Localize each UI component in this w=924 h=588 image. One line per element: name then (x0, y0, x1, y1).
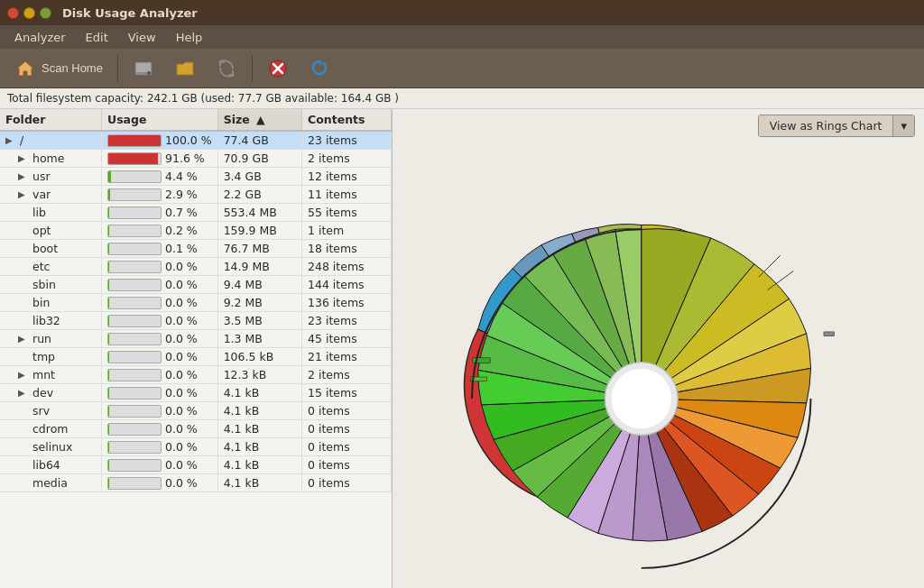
usage-bar (107, 279, 162, 291)
contents-cell: 23 items (302, 131, 392, 150)
table-row[interactable]: ▶ run 0.0 % 1.3 MB 45 items (0, 330, 392, 348)
table-row[interactable]: selinux 0.0 % 4.1 kB 0 items (0, 438, 392, 456)
folder-name-label: home (32, 152, 64, 165)
status-text: Total filesystem capacity: 242.1 GB (use… (7, 92, 399, 105)
table-row[interactable]: bin 0.0 % 9.2 MB 136 items (0, 294, 392, 312)
home-icon (14, 58, 36, 79)
usage-fill (108, 135, 162, 146)
folder-cell: srv (0, 402, 102, 420)
scan-folder-button[interactable] (125, 54, 162, 83)
folder-cell: media (0, 474, 102, 492)
menu-analyzer[interactable]: Analyzer (5, 29, 75, 46)
close-button[interactable] (7, 7, 19, 19)
usage-fill (108, 370, 109, 381)
minimize-button[interactable] (23, 7, 35, 19)
table-row[interactable]: lib64 0.0 % 4.1 kB 0 items (0, 456, 392, 474)
size-cell: 159.9 MB (217, 222, 301, 240)
view-as-rings-button[interactable]: View as Rings Chart ▾ (758, 115, 915, 137)
window-controls[interactable] (7, 7, 51, 19)
usage-fill (108, 225, 109, 236)
table-row[interactable]: ▶ usr 4.4 % 3.4 GB 12 items (0, 168, 392, 186)
table-row[interactable]: srv 0.0 % 4.1 kB 0 items (0, 402, 392, 420)
usage-fill (108, 189, 110, 200)
usage-pct-label: 0.0 % (165, 368, 198, 381)
size-cell: 4.1 kB (217, 456, 301, 474)
content-pane: Folder Usage Size ▲ Contents ▶ / 100. (0, 109, 924, 588)
usage-fill (108, 424, 109, 435)
table-row[interactable]: boot 0.1 % 76.7 MB 18 items (0, 240, 392, 258)
refresh-button[interactable] (301, 54, 337, 83)
usage-pct-label: 0.0 % (165, 350, 198, 363)
menu-view[interactable]: View (119, 29, 165, 46)
table-row[interactable]: tmp 0.0 % 106.5 kB 21 items (0, 348, 392, 366)
col-header-usage[interactable]: Usage (102, 109, 218, 131)
view-button-label: View as Rings Chart (759, 115, 893, 136)
title-bar: Disk Usage Analyzer (0, 0, 924, 25)
table-row[interactable]: ▶ home 91.6 % 70.9 GB 2 items (0, 150, 392, 168)
size-cell: 77.4 GB (217, 131, 301, 150)
usage-bar-cell: 0.0 % (102, 294, 218, 312)
table-row[interactable]: ▶ / 100.0 % 77.4 GB 23 items (0, 131, 392, 150)
usage-bar (107, 134, 162, 147)
folder-name-label: dev (32, 386, 53, 400)
size-cell: 70.9 GB (217, 150, 301, 168)
folder-cell: selinux (0, 438, 102, 456)
disk-usage-chart (415, 142, 902, 588)
view-button-arrow-icon[interactable]: ▾ (892, 115, 914, 136)
scan-home-label: Scan Home (42, 61, 103, 75)
usage-fill (108, 171, 111, 182)
col-header-contents[interactable]: Contents (302, 109, 392, 131)
maximize-button[interactable] (40, 7, 51, 19)
table-row[interactable]: opt 0.2 % 159.9 MB 1 item (0, 222, 392, 240)
svg-rect-2 (136, 63, 151, 72)
table-row[interactable]: etc 0.0 % 14.9 MB 248 items (0, 258, 392, 276)
folder-name-label: selinux (32, 440, 72, 454)
expand-arrow-icon[interactable]: ▶ (18, 334, 29, 344)
expand-arrow-icon[interactable]: ▶ (18, 189, 29, 199)
folder-cell: lib32 (0, 312, 102, 330)
usage-fill (108, 207, 109, 218)
col-header-size[interactable]: Size ▲ (217, 109, 301, 131)
table-row[interactable]: media 0.0 % 4.1 kB 0 items (0, 474, 392, 492)
expand-arrow-icon[interactable]: ▶ (5, 135, 16, 145)
contents-cell: 15 items (302, 384, 392, 402)
table-row[interactable]: cdrom 0.0 % 4.1 kB 0 items (0, 420, 392, 438)
expand-arrow-icon[interactable]: ▶ (18, 388, 29, 398)
file-table-container[interactable]: Folder Usage Size ▲ Contents ▶ / 100. (0, 109, 393, 588)
scan-home-button[interactable]: Scan Home (7, 54, 110, 83)
table-row[interactable]: ▶ dev 0.0 % 4.1 kB 15 items (0, 384, 392, 402)
table-row[interactable]: ▶ mnt 0.0 % 12.3 kB 2 items (0, 366, 392, 384)
usage-fill (108, 298, 109, 308)
usage-pct-label: 100.0 % (165, 133, 212, 147)
stop-button[interactable] (260, 54, 296, 83)
usage-pct-label: 0.0 % (165, 422, 198, 436)
folder-cell: boot (0, 240, 102, 258)
expand-arrow-icon[interactable]: ▶ (18, 153, 29, 163)
menu-edit[interactable]: Edit (77, 29, 117, 46)
table-row[interactable]: lib32 0.0 % 3.5 MB 23 items (0, 312, 392, 330)
table-row[interactable]: ▶ var 2.9 % 2.2 GB 11 items (0, 186, 392, 204)
svg-point-15 (611, 368, 671, 428)
scan-reload-button[interactable] (208, 54, 245, 83)
scan-device-button[interactable] (167, 54, 203, 83)
toolbar-separator-2 (252, 56, 253, 81)
size-cell: 4.1 kB (217, 384, 301, 402)
expand-arrow-icon[interactable]: ▶ (18, 171, 29, 181)
contents-cell: 0 items (302, 402, 392, 420)
size-cell: 4.1 kB (217, 474, 301, 492)
usage-bar-cell: 4.4 % (102, 168, 218, 186)
contents-cell: 136 items (302, 294, 392, 312)
chart-area: View as Rings Chart ▾ (393, 109, 924, 588)
menu-help[interactable]: Help (167, 29, 212, 46)
col-header-folder[interactable]: Folder (0, 109, 102, 131)
usage-bar (107, 351, 162, 363)
svg-marker-7 (319, 60, 323, 65)
folder-cell: ▶ dev (0, 384, 102, 402)
svg-point-3 (147, 71, 151, 75)
table-row[interactable]: sbin 0.0 % 9.4 MB 144 items (0, 276, 392, 294)
table-row[interactable]: lib 0.7 % 553.4 MB 55 items (0, 204, 392, 222)
usage-fill (108, 334, 109, 345)
size-cell: 9.2 MB (217, 294, 301, 312)
folder-name-label: etc (32, 260, 50, 273)
expand-arrow-icon[interactable]: ▶ (18, 370, 29, 380)
